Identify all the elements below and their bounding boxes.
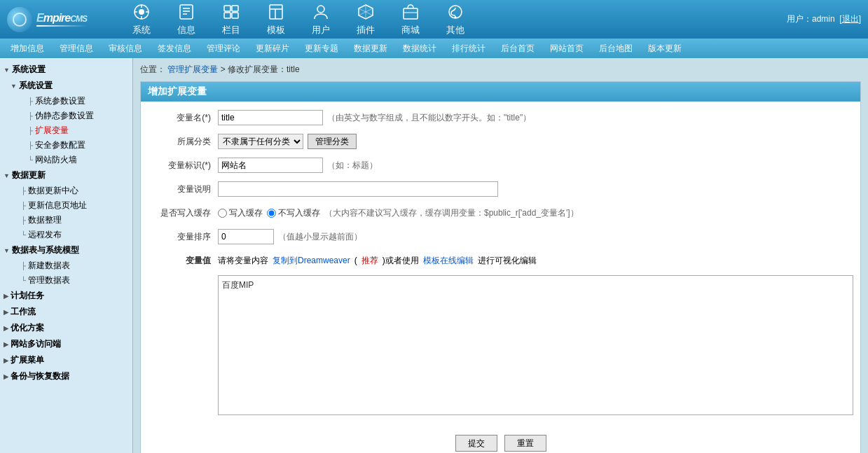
sidebar-item-label-update-center: 数据更新中心 (28, 185, 78, 197)
sidebar-item-pseudo-static[interactable]: ├ 伪静态参数设置 (14, 109, 132, 123)
sidebar-item-update-center[interactable]: ├ 数据更新中心 (7, 183, 132, 198)
label-var-id: 变量标识(*) (148, 160, 218, 172)
svg-rect-22 (404, 8, 418, 19)
form-buttons: 提交 重置 (141, 428, 860, 453)
second-nav-manage-comment[interactable]: 管理评论 (200, 41, 247, 57)
sidebar-group-workflow[interactable]: ▶ 工作流 (0, 304, 132, 320)
input-var-desc[interactable] (218, 181, 498, 197)
form-row-var-desc: 变量说明 (148, 180, 853, 198)
nav-item-other[interactable]: 其他 (433, 2, 478, 36)
var-value-link-template[interactable]: 模板在线编辑 (423, 255, 474, 267)
sidebar-group-data-update-label: 数据更新 (12, 169, 46, 181)
sidebar-subgroup-sys-settings[interactable]: ▼ 系统设置 (7, 78, 132, 94)
second-nav-update-topic[interactable]: 更新专题 (298, 41, 345, 57)
second-nav-manage-info[interactable]: 管理信息 (53, 41, 100, 57)
nav-item-system[interactable]: 系统 (119, 2, 164, 36)
second-nav-site-home[interactable]: 网站首页 (543, 41, 591, 57)
nav-item-template[interactable]: 模板 (254, 2, 298, 36)
sidebar-group-backup-label: 备份与恢复数据 (11, 370, 69, 382)
sidebar-group-backup[interactable]: ▶ 备份与恢复数据 (0, 368, 132, 384)
manage-category-btn[interactable]: 管理分类 (308, 134, 357, 149)
nav-item-info[interactable]: 信息 (164, 2, 209, 36)
sidebar-item-ext-var[interactable]: ├ 扩展变量 (14, 123, 132, 138)
shop-icon (401, 2, 420, 22)
sidebar-group-optimize-label: 优化方案 (11, 322, 44, 334)
second-nav-backend-map[interactable]: 后台地图 (592, 41, 640, 57)
second-nav-version-update[interactable]: 版本更新 (641, 41, 689, 57)
svg-point-17 (317, 6, 324, 13)
second-nav-backend-home[interactable]: 后台首页 (494, 41, 542, 57)
second-nav-update-snippet[interactable]: 更新碎片 (249, 41, 296, 57)
label-cache: 是否写入缓存 (148, 207, 218, 219)
control-category: 不隶属于任何分类 管理分类 (218, 134, 853, 149)
second-nav-add-info[interactable]: 增加信息 (4, 41, 51, 57)
control-var-order: （值越小显示越前面） (218, 229, 853, 244)
sidebar-item-firewall[interactable]: └ 网站防火墙 (14, 153, 132, 167)
breadcrumb-separator: > (221, 64, 228, 74)
sidebar-group-data-table[interactable]: ▼ 数据表与系统模型 (0, 242, 132, 258)
sidebar-group-optimize[interactable]: ▶ 优化方案 (0, 320, 132, 336)
sidebar-item-new-table[interactable]: ├ 新建数据表 (7, 258, 132, 273)
sidebar-item-remote-publish[interactable]: └ 远程发布 (7, 228, 132, 242)
control-var-value-links: 请将变量内容 复制到Dreamweaver (推荐)或者使用模板在线编辑进行可视… (218, 255, 853, 267)
form-row-category: 所属分类 不隶属于任何分类 管理分类 (148, 132, 853, 151)
sidebar-group-data-update[interactable]: ▼ 数据更新 (0, 167, 132, 183)
sidebar-group-ext-menu[interactable]: ▶ 扩展菜单 (0, 352, 132, 368)
sidebar-item-sys-param[interactable]: ├ 系统参数设置 (14, 94, 132, 109)
nav-item-plugin[interactable]: 插件 (343, 2, 388, 36)
input-var-id[interactable] (218, 158, 323, 173)
hint-var-order: （值越小显示越前面） (278, 231, 362, 243)
svg-point-1 (139, 9, 144, 15)
submit-button[interactable]: 提交 (455, 435, 497, 452)
second-nav-data-stat[interactable]: 数据统计 (396, 41, 443, 57)
label-var-value: 变量值 (148, 255, 218, 267)
sidebar-item-data-manage[interactable]: ├ 数据整理 (7, 213, 132, 228)
sidebar-group-plan-task[interactable]: ▶ 计划任务 (0, 288, 132, 304)
sidebar-item-update-url[interactable]: ├ 更新信息页地址 (7, 198, 132, 213)
svg-rect-13 (232, 13, 238, 18)
expand-icon-plan-task: ▶ (4, 293, 8, 300)
sidebar-group-visit[interactable]: ▶ 网站多访问端 (0, 336, 132, 352)
editor-area[interactable]: 百度MIP (218, 275, 853, 415)
form-box-title: 增加扩展变量 (141, 82, 860, 102)
var-value-text4: 进行可视化编辑 (478, 255, 537, 267)
hint-cache: （大内容不建议写入缓存，缓存调用变量：$public_r['add_变量名']） (324, 207, 579, 219)
breadcrumb-link[interactable]: 管理扩展变量 (167, 64, 218, 74)
sidebar-item-label-remote-publish: 远程发布 (28, 229, 62, 241)
breadcrumb: 位置： 管理扩展变量 > 修改扩展变量：title (140, 64, 861, 76)
second-nav-audit-info[interactable]: 审核信息 (102, 41, 149, 57)
top-bar: EmpireCMS 系统 信息 栏目 模板 (0, 0, 868, 39)
second-nav-issue-info[interactable]: 签发信息 (151, 41, 198, 57)
logout-link[interactable]: 退出 (842, 14, 859, 24)
var-value-link-recommend[interactable]: 推荐 (361, 255, 378, 267)
form-body: 变量名(*) （由英文与数字组成，且不能以数字开头。如："title"） 所属分… (141, 102, 860, 428)
system-icon (132, 2, 151, 22)
sidebar-group-workflow-label: 工作流 (11, 306, 36, 318)
sidebar-item-manage-table[interactable]: └ 管理数据表 (7, 273, 132, 288)
var-value-text3: )或者使用 (383, 255, 419, 267)
nav-item-shop[interactable]: 商城 (388, 2, 433, 36)
input-var-name[interactable] (218, 110, 323, 125)
form-row-var-value-label: 变量值 请将变量内容 复制到Dreamweaver (推荐)或者使用模板在线编辑… (148, 251, 853, 270)
expand-icon-ext-menu: ▶ (4, 357, 8, 364)
radio-write-cache[interactable] (218, 209, 227, 218)
input-var-order[interactable] (218, 229, 274, 244)
var-value-link-copy[interactable]: 复制到Dreamweaver (273, 255, 350, 267)
second-nav-rank-stat[interactable]: 排行统计 (445, 41, 492, 57)
sidebar-item-security[interactable]: ├ 安全参数配置 (14, 138, 132, 153)
sidebar-item-label-security: 安全参数配置 (35, 139, 85, 151)
select-category[interactable]: 不隶属于任何分类 (218, 134, 303, 149)
radio-write-cache-label: 写入缓存 (229, 207, 263, 219)
var-value-text2: ( (354, 256, 357, 265)
sidebar-group-ext-menu-label: 扩展菜单 (11, 354, 44, 366)
radio-no-write-cache[interactable] (267, 209, 276, 218)
reset-button[interactable]: 重置 (504, 435, 546, 452)
nav-item-user[interactable]: 用户 (298, 2, 343, 36)
second-nav-data-update[interactable]: 数据更新 (347, 41, 394, 57)
sidebar-group-system-settings[interactable]: ▼ 系统设置 (0, 62, 132, 78)
svg-point-25 (455, 16, 457, 18)
hint-var-id: （如：标题） (327, 160, 378, 172)
logo: EmpireCMS (7, 7, 119, 32)
svg-rect-10 (224, 6, 230, 11)
nav-item-column[interactable]: 栏目 (209, 2, 254, 36)
